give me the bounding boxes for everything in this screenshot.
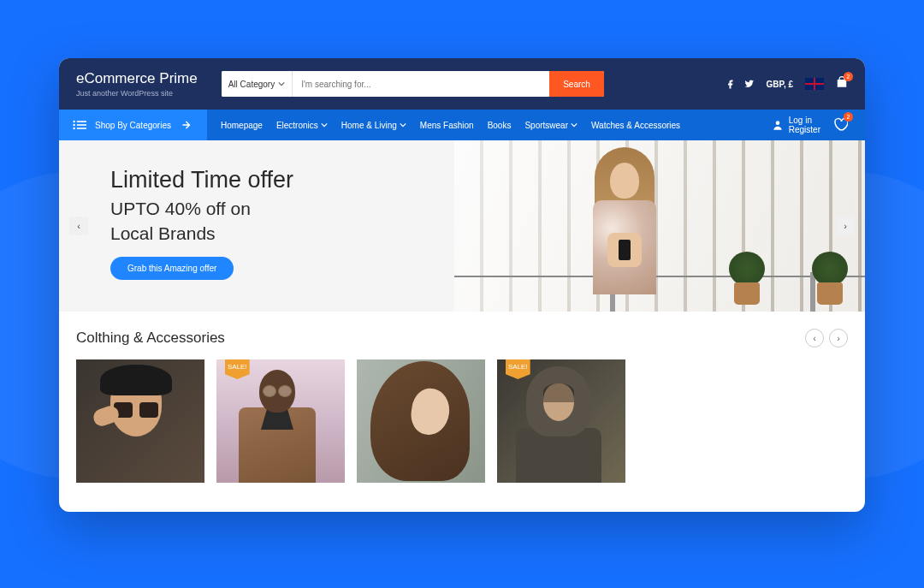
sale-badge: SALE! [225,359,250,379]
login-label: Log in [789,116,820,125]
product-card[interactable]: SALE! [497,359,625,483]
chevron-down-icon [400,122,406,128]
currency-label[interactable]: GBP, £ [767,80,794,89]
hero-image [454,140,865,312]
account-link[interactable]: Log in Register [772,116,820,134]
hero-banner: ‹ Limited Time offer UPTO 40% off on Loc… [59,140,865,312]
brand[interactable]: eCommerce Prime Just another WordPress s… [76,70,198,98]
svg-rect-3 [77,124,86,126]
wishlist-button[interactable]: 2 [832,116,848,134]
products-grid: SALE! SALE! [76,359,848,483]
register-label: Register [789,125,820,134]
search-bar: All Category Search [222,71,604,97]
carousel-next-button[interactable]: › [836,217,855,235]
hero-content: Limited Time offer UPTO 40% off on Local… [59,140,454,312]
sale-badge: SALE! [506,359,530,379]
cart-button[interactable]: 2 [836,76,848,92]
list-icon [73,120,86,130]
products-next-button[interactable]: › [829,329,848,347]
category-label: All Category [228,80,275,89]
category-select[interactable]: All Category [222,71,293,97]
product-card[interactable] [357,359,485,483]
svg-rect-5 [77,128,86,129]
nav-sportswear[interactable]: Sportswear [524,121,578,130]
svg-point-4 [73,128,74,129]
hero-cta-button[interactable]: Grab this Amazing offer [110,257,234,280]
cart-badge: 2 [844,72,853,81]
nav-homepage[interactable]: Homepage [221,121,263,130]
products-title: Colthing & Accessories [76,330,225,347]
svg-rect-1 [77,121,86,122]
svg-point-2 [73,124,74,126]
nav-bar: Shop By Categories Homepage Electronics … [59,110,865,140]
site-title: eCommerce Prime [76,70,198,87]
social-links [726,79,755,89]
svg-point-0 [73,121,74,122]
nav-right: Log in Register 2 [772,116,865,134]
nav-mens-fashion[interactable]: Mens Fashion [420,121,474,130]
product-card[interactable] [76,359,204,483]
products-header: Colthing & Accessories ‹ › [76,329,848,347]
facebook-icon[interactable] [726,79,736,89]
nav-books[interactable]: Books [488,121,512,130]
products-prev-button[interactable]: ‹ [805,329,824,347]
hero-line2: Local Brands [110,222,454,245]
hero-title: Limited Time offer [110,166,454,195]
top-utilities: GBP, £ 2 [726,76,849,92]
products-nav: ‹ › [805,329,848,347]
carousel-prev-button[interactable]: ‹ [69,217,88,235]
chevron-down-icon [278,80,285,87]
shop-by-label: Shop By Categories [95,121,171,130]
nav-electronics[interactable]: Electronics [276,121,328,130]
top-bar: eCommerce Prime Just another WordPress s… [59,58,865,110]
nav-home-living[interactable]: Home & Living [341,121,406,130]
chevron-down-icon [321,122,328,128]
nav-watches[interactable]: Watches & Accessories [591,121,680,130]
shop-by-categories-button[interactable]: Shop By Categories [59,110,207,140]
wishlist-badge: 2 [844,112,853,122]
user-icon [772,119,784,131]
site-tagline: Just another WordPress site [76,89,198,98]
product-card[interactable]: SALE! [216,359,345,483]
nav-items: Homepage Electronics Home & Living Mens … [207,121,680,130]
chevron-down-icon [571,122,578,128]
twitter-icon[interactable] [744,79,755,89]
arrow-right-icon [180,120,193,130]
app-window: eCommerce Prime Just another WordPress s… [59,58,865,512]
hero-line1: UPTO 40% off on [110,197,454,220]
search-button[interactable]: Search [549,71,604,97]
products-section: Colthing & Accessories ‹ › SALE! SALE! [59,312,865,483]
search-input[interactable] [293,71,549,97]
svg-point-6 [775,121,779,125]
flag-icon[interactable] [805,78,824,90]
